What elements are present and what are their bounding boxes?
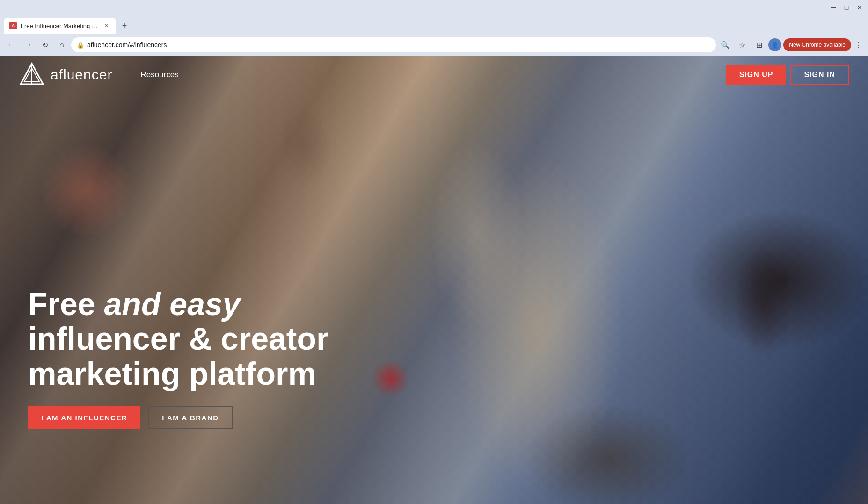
tab-close-button[interactable]: ✕ [102, 22, 110, 30]
address-text: afluencer.com/#/influencers [87, 41, 710, 49]
restore-button[interactable]: □ [841, 2, 852, 13]
hero-buttons: I AM AN INFLUENCER I AM A BRAND [28, 406, 328, 429]
lock-icon: 🔒 [77, 42, 84, 49]
tab-title: Free Influencer Marketing Platf... [21, 22, 98, 29]
active-tab[interactable]: A Free Influencer Marketing Platf... ✕ [4, 18, 116, 34]
sign-up-button[interactable]: SIGN UP [726, 65, 787, 85]
bookmark-button[interactable]: ☆ [735, 37, 750, 52]
logo-link[interactable]: afluencer [19, 62, 112, 88]
new-chrome-button[interactable]: New Chrome available [783, 38, 851, 51]
hero-content: Free and easy influencer & creator marke… [28, 287, 328, 429]
minimize-button[interactable]: ─ [828, 2, 839, 13]
toolbar: ← → ↻ ⌂ 🔒 afluencer.com/#/influencers 🔍 … [0, 34, 868, 56]
profile-button[interactable]: 👤 [768, 38, 781, 51]
extensions-button[interactable]: ⊞ [751, 37, 766, 52]
hero-title-italic: and easy [104, 286, 241, 322]
hero-title-free: Free [28, 286, 104, 322]
logo-text: afluencer [51, 67, 112, 83]
nav-link-resources[interactable]: Resources [140, 70, 178, 79]
reload-button[interactable]: ↻ [37, 37, 52, 52]
home-button[interactable]: ⌂ [54, 37, 69, 52]
address-bar[interactable]: 🔒 afluencer.com/#/influencers [71, 37, 716, 52]
os-bar: ─ □ ✕ [0, 0, 868, 15]
logo-icon [19, 62, 45, 88]
browser-window: A Free Influencer Marketing Platf... ✕ +… [0, 15, 868, 504]
influencer-button[interactable]: I AM AN INFLUENCER [28, 406, 140, 429]
site-navbar: afluencer Resources SIGN UP SIGN IN [0, 56, 868, 94]
toolbar-right: 🔍 ☆ ⊞ 👤 New Chrome available ⋮ [718, 37, 864, 52]
forward-button[interactable]: → [21, 37, 36, 52]
zoom-button[interactable]: 🔍 [718, 37, 733, 52]
tab-favicon: A [9, 22, 17, 29]
hero-title: Free and easy influencer & creator marke… [28, 287, 328, 391]
chrome-menu-button[interactable]: ⋮ [853, 39, 864, 50]
hero-title-line2: influencer & creator [28, 321, 328, 356]
hero-figure [0, 56, 868, 504]
brand-button[interactable]: I AM A BRAND [148, 406, 233, 429]
back-button[interactable]: ← [4, 37, 19, 52]
nav-links: Resources [140, 70, 178, 79]
hero-title-line3: marketing platform [28, 356, 316, 391]
new-tab-button[interactable]: + [118, 19, 131, 32]
sign-in-button[interactable]: SIGN IN [790, 65, 849, 85]
close-button[interactable]: ✕ [854, 2, 865, 13]
tab-bar: A Free Influencer Marketing Platf... ✕ + [0, 15, 868, 34]
page-content: afluencer Resources SIGN UP SIGN IN Free… [0, 56, 868, 504]
